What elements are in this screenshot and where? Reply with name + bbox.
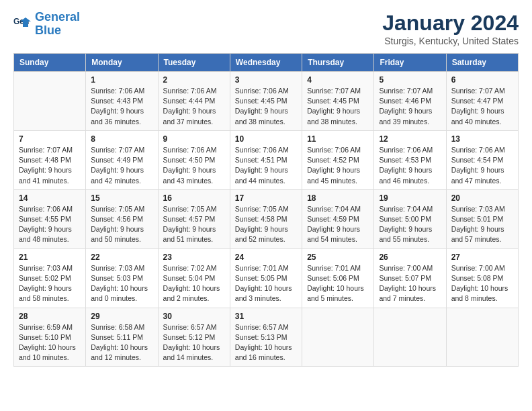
calendar-day-cell bbox=[14, 72, 86, 131]
page-header: Gen General Blue January 2024 Sturgis, K… bbox=[13, 11, 519, 46]
logo-icon: Gen bbox=[13, 15, 32, 34]
day-info: Sunrise: 7:06 AMSunset: 4:50 PMDaylight:… bbox=[163, 145, 225, 186]
calendar-day-cell: 14Sunrise: 7:06 AMSunset: 4:55 PMDayligh… bbox=[14, 189, 86, 248]
day-info: Sunrise: 6:59 AMSunset: 5:10 PMDaylight:… bbox=[19, 322, 81, 363]
calendar-day-cell: 1Sunrise: 7:06 AMSunset: 4:43 PMDaylight… bbox=[86, 72, 158, 131]
day-number: 23 bbox=[163, 253, 225, 262]
calendar-day-cell: 12Sunrise: 7:06 AMSunset: 4:53 PMDayligh… bbox=[374, 130, 446, 189]
day-number: 22 bbox=[91, 253, 152, 262]
day-info: Sunrise: 6:58 AMSunset: 5:11 PMDaylight:… bbox=[91, 322, 152, 363]
calendar-day-cell: 11Sunrise: 7:06 AMSunset: 4:52 PMDayligh… bbox=[302, 130, 374, 189]
day-info: Sunrise: 7:06 AMSunset: 4:55 PMDaylight:… bbox=[19, 204, 81, 245]
calendar-day-cell: 17Sunrise: 7:05 AMSunset: 4:58 PMDayligh… bbox=[230, 189, 302, 248]
weekday-header: Saturday bbox=[446, 54, 518, 72]
day-number: 17 bbox=[235, 193, 297, 203]
calendar-day-cell: 29Sunrise: 6:58 AMSunset: 5:11 PMDayligh… bbox=[86, 308, 158, 367]
month-title: January 2024 bbox=[382, 11, 519, 36]
calendar-week-row: 1Sunrise: 7:06 AMSunset: 4:43 PMDaylight… bbox=[14, 72, 519, 131]
day-info: Sunrise: 7:00 AMSunset: 5:08 PMDaylight:… bbox=[451, 263, 513, 304]
calendar-day-cell: 16Sunrise: 7:05 AMSunset: 4:57 PMDayligh… bbox=[158, 189, 230, 248]
day-info: Sunrise: 6:57 AMSunset: 5:12 PMDaylight:… bbox=[163, 322, 225, 363]
day-info: Sunrise: 7:03 AMSunset: 5:01 PMDaylight:… bbox=[451, 204, 513, 245]
calendar-day-cell: 27Sunrise: 7:00 AMSunset: 5:08 PMDayligh… bbox=[446, 248, 518, 308]
calendar-day-cell: 24Sunrise: 7:01 AMSunset: 5:05 PMDayligh… bbox=[230, 248, 302, 308]
day-number: 10 bbox=[235, 134, 297, 144]
calendar-day-cell: 13Sunrise: 7:06 AMSunset: 4:54 PMDayligh… bbox=[446, 130, 518, 189]
calendar-day-cell bbox=[374, 308, 446, 367]
day-info: Sunrise: 7:01 AMSunset: 5:06 PMDaylight:… bbox=[307, 263, 369, 304]
day-number: 2 bbox=[163, 75, 225, 85]
location: Sturgis, Kentucky, United States bbox=[382, 36, 519, 46]
day-number: 11 bbox=[307, 134, 369, 144]
calendar-day-cell: 5Sunrise: 7:07 AMSunset: 4:46 PMDaylight… bbox=[374, 72, 446, 131]
day-number: 25 bbox=[307, 253, 369, 262]
day-number: 21 bbox=[19, 253, 81, 262]
day-number: 20 bbox=[451, 193, 513, 203]
calendar-day-cell: 2Sunrise: 7:06 AMSunset: 4:44 PMDaylight… bbox=[158, 72, 230, 131]
calendar-week-row: 7Sunrise: 7:07 AMSunset: 4:48 PMDaylight… bbox=[14, 130, 519, 189]
day-info: Sunrise: 7:06 AMSunset: 4:52 PMDaylight:… bbox=[307, 145, 369, 186]
calendar-day-cell: 15Sunrise: 7:05 AMSunset: 4:56 PMDayligh… bbox=[86, 189, 158, 248]
day-info: Sunrise: 7:06 AMSunset: 4:51 PMDaylight:… bbox=[235, 145, 297, 186]
calendar-day-cell: 18Sunrise: 7:04 AMSunset: 4:59 PMDayligh… bbox=[302, 189, 374, 248]
day-number: 27 bbox=[451, 253, 513, 262]
day-number: 19 bbox=[379, 193, 441, 203]
calendar-day-cell: 30Sunrise: 6:57 AMSunset: 5:12 PMDayligh… bbox=[158, 308, 230, 367]
day-number: 4 bbox=[307, 75, 369, 85]
day-number: 16 bbox=[163, 193, 225, 203]
weekday-header: Monday bbox=[86, 54, 158, 72]
weekday-header: Tuesday bbox=[158, 54, 230, 72]
calendar-day-cell: 25Sunrise: 7:01 AMSunset: 5:06 PMDayligh… bbox=[302, 248, 374, 308]
calendar-day-cell: 9Sunrise: 7:06 AMSunset: 4:50 PMDaylight… bbox=[158, 130, 230, 189]
calendar-week-row: 28Sunrise: 6:59 AMSunset: 5:10 PMDayligh… bbox=[14, 308, 519, 367]
day-info: Sunrise: 7:02 AMSunset: 5:04 PMDaylight:… bbox=[163, 263, 225, 304]
day-info: Sunrise: 7:07 AMSunset: 4:46 PMDaylight:… bbox=[379, 86, 441, 127]
day-number: 24 bbox=[235, 253, 297, 262]
weekday-header: Thursday bbox=[302, 54, 374, 72]
calendar-week-row: 14Sunrise: 7:06 AMSunset: 4:55 PMDayligh… bbox=[14, 189, 519, 248]
day-info: Sunrise: 7:06 AMSunset: 4:45 PMDaylight:… bbox=[235, 86, 297, 127]
day-info: Sunrise: 7:05 AMSunset: 4:57 PMDaylight:… bbox=[163, 204, 225, 245]
day-info: Sunrise: 7:04 AMSunset: 5:00 PMDaylight:… bbox=[379, 204, 441, 245]
calendar-day-cell: 3Sunrise: 7:06 AMSunset: 4:45 PMDaylight… bbox=[230, 72, 302, 131]
day-number: 29 bbox=[91, 312, 152, 321]
calendar-day-cell bbox=[302, 308, 374, 367]
day-info: Sunrise: 7:00 AMSunset: 5:07 PMDaylight:… bbox=[379, 263, 441, 304]
day-number: 30 bbox=[163, 312, 225, 321]
day-info: Sunrise: 7:06 AMSunset: 4:44 PMDaylight:… bbox=[163, 86, 225, 127]
day-info: Sunrise: 7:07 AMSunset: 4:47 PMDaylight:… bbox=[451, 86, 513, 127]
day-number: 15 bbox=[91, 193, 152, 203]
day-info: Sunrise: 7:05 AMSunset: 4:56 PMDaylight:… bbox=[91, 204, 152, 245]
logo-text: General Blue bbox=[35, 11, 80, 38]
calendar-week-row: 21Sunrise: 7:03 AMSunset: 5:02 PMDayligh… bbox=[14, 248, 519, 308]
day-info: Sunrise: 7:06 AMSunset: 4:54 PMDaylight:… bbox=[451, 145, 513, 186]
calendar-day-cell: 10Sunrise: 7:06 AMSunset: 4:51 PMDayligh… bbox=[230, 130, 302, 189]
calendar-day-cell: 19Sunrise: 7:04 AMSunset: 5:00 PMDayligh… bbox=[374, 189, 446, 248]
calendar-day-cell bbox=[446, 308, 518, 367]
calendar-day-cell: 7Sunrise: 7:07 AMSunset: 4:48 PMDaylight… bbox=[14, 130, 86, 189]
calendar-day-cell: 4Sunrise: 7:07 AMSunset: 4:45 PMDaylight… bbox=[302, 72, 374, 131]
calendar-day-cell: 31Sunrise: 6:57 AMSunset: 5:13 PMDayligh… bbox=[230, 308, 302, 367]
day-number: 8 bbox=[91, 134, 152, 144]
calendar-day-cell: 6Sunrise: 7:07 AMSunset: 4:47 PMDaylight… bbox=[446, 72, 518, 131]
day-number: 3 bbox=[235, 75, 297, 85]
day-info: Sunrise: 7:06 AMSunset: 4:43 PMDaylight:… bbox=[91, 86, 152, 127]
logo: Gen General Blue bbox=[13, 11, 80, 38]
day-info: Sunrise: 7:07 AMSunset: 4:45 PMDaylight:… bbox=[307, 86, 369, 127]
calendar-day-cell: 22Sunrise: 7:03 AMSunset: 5:03 PMDayligh… bbox=[86, 248, 158, 308]
day-info: Sunrise: 7:04 AMSunset: 4:59 PMDaylight:… bbox=[307, 204, 369, 245]
calendar-day-cell: 21Sunrise: 7:03 AMSunset: 5:02 PMDayligh… bbox=[14, 248, 86, 308]
day-number: 7 bbox=[19, 134, 81, 144]
day-info: Sunrise: 7:07 AMSunset: 4:49 PMDaylight:… bbox=[91, 145, 152, 186]
day-number: 5 bbox=[379, 75, 441, 85]
day-number: 12 bbox=[379, 134, 441, 144]
day-number: 13 bbox=[451, 134, 513, 144]
calendar-day-cell: 28Sunrise: 6:59 AMSunset: 5:10 PMDayligh… bbox=[14, 308, 86, 367]
day-number: 1 bbox=[91, 75, 152, 85]
day-info: Sunrise: 7:06 AMSunset: 4:53 PMDaylight:… bbox=[379, 145, 441, 186]
weekday-header: Sunday bbox=[14, 54, 86, 72]
day-info: Sunrise: 7:03 AMSunset: 5:03 PMDaylight:… bbox=[91, 263, 152, 304]
day-number: 26 bbox=[379, 253, 441, 262]
calendar-table: SundayMondayTuesdayWednesdayThursdayFrid… bbox=[13, 53, 519, 367]
day-number: 28 bbox=[19, 312, 81, 321]
